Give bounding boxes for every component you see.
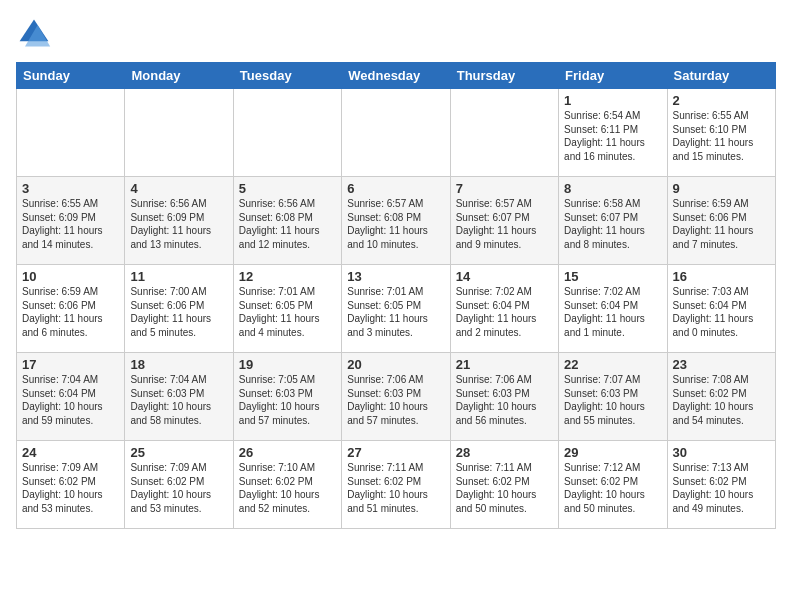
day-number: 30 [673,445,770,460]
day-info: Sunrise: 6:59 AM Sunset: 6:06 PM Dayligh… [22,285,119,339]
day-cell: 5Sunrise: 6:56 AM Sunset: 6:08 PM Daylig… [233,177,341,265]
day-number: 6 [347,181,444,196]
day-cell: 21Sunrise: 7:06 AM Sunset: 6:03 PM Dayli… [450,353,558,441]
day-number: 19 [239,357,336,372]
day-number: 16 [673,269,770,284]
calendar: SundayMondayTuesdayWednesdayThursdayFrid… [16,62,776,529]
col-header-monday: Monday [125,63,233,89]
day-number: 13 [347,269,444,284]
day-number: 15 [564,269,661,284]
week-row-4: 17Sunrise: 7:04 AM Sunset: 6:04 PM Dayli… [17,353,776,441]
day-info: Sunrise: 6:59 AM Sunset: 6:06 PM Dayligh… [673,197,770,251]
day-number: 25 [130,445,227,460]
day-info: Sunrise: 6:55 AM Sunset: 6:10 PM Dayligh… [673,109,770,163]
day-cell: 24Sunrise: 7:09 AM Sunset: 6:02 PM Dayli… [17,441,125,529]
day-info: Sunrise: 7:04 AM Sunset: 6:04 PM Dayligh… [22,373,119,427]
day-number: 26 [239,445,336,460]
logo-area [16,16,54,52]
day-info: Sunrise: 7:01 AM Sunset: 6:05 PM Dayligh… [347,285,444,339]
day-cell: 6Sunrise: 6:57 AM Sunset: 6:08 PM Daylig… [342,177,450,265]
day-cell: 30Sunrise: 7:13 AM Sunset: 6:02 PM Dayli… [667,441,775,529]
col-header-friday: Friday [559,63,667,89]
day-cell: 28Sunrise: 7:11 AM Sunset: 6:02 PM Dayli… [450,441,558,529]
day-cell: 12Sunrise: 7:01 AM Sunset: 6:05 PM Dayli… [233,265,341,353]
week-row-3: 10Sunrise: 6:59 AM Sunset: 6:06 PM Dayli… [17,265,776,353]
day-info: Sunrise: 7:12 AM Sunset: 6:02 PM Dayligh… [564,461,661,515]
day-info: Sunrise: 7:03 AM Sunset: 6:04 PM Dayligh… [673,285,770,339]
col-header-thursday: Thursday [450,63,558,89]
day-number: 28 [456,445,553,460]
day-info: Sunrise: 7:07 AM Sunset: 6:03 PM Dayligh… [564,373,661,427]
day-info: Sunrise: 6:55 AM Sunset: 6:09 PM Dayligh… [22,197,119,251]
day-cell: 4Sunrise: 6:56 AM Sunset: 6:09 PM Daylig… [125,177,233,265]
day-info: Sunrise: 7:02 AM Sunset: 6:04 PM Dayligh… [456,285,553,339]
day-cell: 1Sunrise: 6:54 AM Sunset: 6:11 PM Daylig… [559,89,667,177]
day-cell: 25Sunrise: 7:09 AM Sunset: 6:02 PM Dayli… [125,441,233,529]
day-cell: 8Sunrise: 6:58 AM Sunset: 6:07 PM Daylig… [559,177,667,265]
day-cell [342,89,450,177]
day-info: Sunrise: 7:09 AM Sunset: 6:02 PM Dayligh… [130,461,227,515]
day-info: Sunrise: 7:10 AM Sunset: 6:02 PM Dayligh… [239,461,336,515]
day-cell [233,89,341,177]
day-cell: 19Sunrise: 7:05 AM Sunset: 6:03 PM Dayli… [233,353,341,441]
day-info: Sunrise: 7:05 AM Sunset: 6:03 PM Dayligh… [239,373,336,427]
day-info: Sunrise: 6:56 AM Sunset: 6:09 PM Dayligh… [130,197,227,251]
week-row-1: 1Sunrise: 6:54 AM Sunset: 6:11 PM Daylig… [17,89,776,177]
logo-icon [16,16,52,52]
day-info: Sunrise: 7:04 AM Sunset: 6:03 PM Dayligh… [130,373,227,427]
day-cell: 9Sunrise: 6:59 AM Sunset: 6:06 PM Daylig… [667,177,775,265]
day-cell: 23Sunrise: 7:08 AM Sunset: 6:02 PM Dayli… [667,353,775,441]
day-number: 22 [564,357,661,372]
day-number: 4 [130,181,227,196]
week-row-2: 3Sunrise: 6:55 AM Sunset: 6:09 PM Daylig… [17,177,776,265]
day-number: 9 [673,181,770,196]
day-cell [450,89,558,177]
day-cell: 11Sunrise: 7:00 AM Sunset: 6:06 PM Dayli… [125,265,233,353]
day-info: Sunrise: 6:56 AM Sunset: 6:08 PM Dayligh… [239,197,336,251]
day-info: Sunrise: 6:58 AM Sunset: 6:07 PM Dayligh… [564,197,661,251]
day-cell: 17Sunrise: 7:04 AM Sunset: 6:04 PM Dayli… [17,353,125,441]
week-row-5: 24Sunrise: 7:09 AM Sunset: 6:02 PM Dayli… [17,441,776,529]
day-info: Sunrise: 7:01 AM Sunset: 6:05 PM Dayligh… [239,285,336,339]
day-number: 21 [456,357,553,372]
day-info: Sunrise: 7:00 AM Sunset: 6:06 PM Dayligh… [130,285,227,339]
col-header-wednesday: Wednesday [342,63,450,89]
day-number: 20 [347,357,444,372]
day-number: 12 [239,269,336,284]
col-header-tuesday: Tuesday [233,63,341,89]
day-info: Sunrise: 7:11 AM Sunset: 6:02 PM Dayligh… [456,461,553,515]
col-header-saturday: Saturday [667,63,775,89]
day-info: Sunrise: 7:02 AM Sunset: 6:04 PM Dayligh… [564,285,661,339]
day-cell: 20Sunrise: 7:06 AM Sunset: 6:03 PM Dayli… [342,353,450,441]
day-info: Sunrise: 7:11 AM Sunset: 6:02 PM Dayligh… [347,461,444,515]
day-cell: 15Sunrise: 7:02 AM Sunset: 6:04 PM Dayli… [559,265,667,353]
day-cell: 10Sunrise: 6:59 AM Sunset: 6:06 PM Dayli… [17,265,125,353]
day-info: Sunrise: 6:54 AM Sunset: 6:11 PM Dayligh… [564,109,661,163]
day-number: 17 [22,357,119,372]
day-number: 23 [673,357,770,372]
day-info: Sunrise: 6:57 AM Sunset: 6:07 PM Dayligh… [456,197,553,251]
day-info: Sunrise: 7:06 AM Sunset: 6:03 PM Dayligh… [456,373,553,427]
day-info: Sunrise: 7:13 AM Sunset: 6:02 PM Dayligh… [673,461,770,515]
day-info: Sunrise: 7:06 AM Sunset: 6:03 PM Dayligh… [347,373,444,427]
day-number: 5 [239,181,336,196]
page: SundayMondayTuesdayWednesdayThursdayFrid… [0,0,792,537]
day-number: 2 [673,93,770,108]
day-number: 24 [22,445,119,460]
day-number: 8 [564,181,661,196]
header-row: SundayMondayTuesdayWednesdayThursdayFrid… [17,63,776,89]
day-number: 14 [456,269,553,284]
day-number: 27 [347,445,444,460]
day-info: Sunrise: 7:09 AM Sunset: 6:02 PM Dayligh… [22,461,119,515]
day-number: 7 [456,181,553,196]
day-cell [17,89,125,177]
day-cell [125,89,233,177]
header [16,16,776,52]
day-number: 10 [22,269,119,284]
day-cell: 29Sunrise: 7:12 AM Sunset: 6:02 PM Dayli… [559,441,667,529]
day-cell: 16Sunrise: 7:03 AM Sunset: 6:04 PM Dayli… [667,265,775,353]
col-header-sunday: Sunday [17,63,125,89]
day-number: 18 [130,357,227,372]
day-cell: 18Sunrise: 7:04 AM Sunset: 6:03 PM Dayli… [125,353,233,441]
day-info: Sunrise: 7:08 AM Sunset: 6:02 PM Dayligh… [673,373,770,427]
